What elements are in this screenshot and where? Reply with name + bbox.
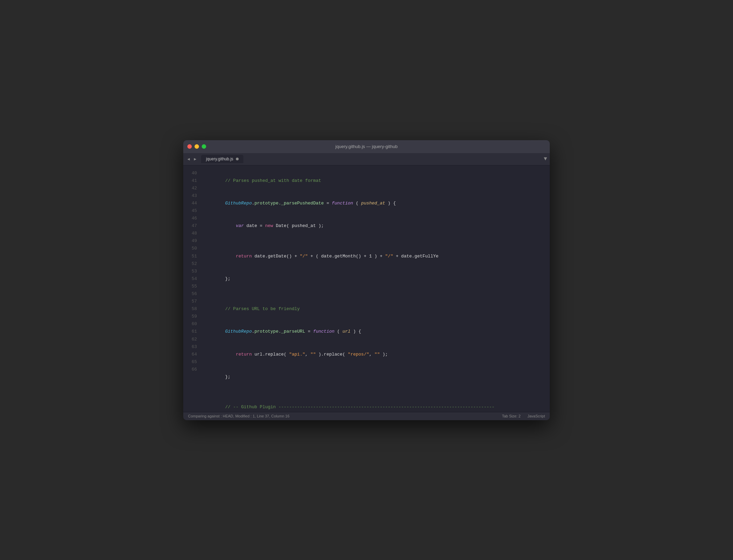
line-num: 64	[186, 351, 197, 358]
line-num: 59	[186, 313, 197, 320]
line-num: 61	[186, 328, 197, 335]
traffic-lights	[187, 144, 206, 149]
line-num: 55	[186, 283, 197, 290]
nav-arrows: ◀ ▶	[186, 156, 198, 162]
line-num: 57	[186, 298, 197, 305]
tab-bar: ◀ ▶ jquery.github.js ▼	[183, 153, 550, 165]
code-line-51	[204, 388, 550, 396]
window-title: jquery.github.js — jquery-github	[335, 144, 398, 149]
line-numbers: 40 41 42 43 44 45 46 47 48 49 50 51 52 5…	[183, 165, 201, 412]
close-button[interactable]	[187, 144, 192, 149]
line-num: 44	[186, 200, 197, 207]
code-line-49: return url.replace( "api.", "" ).replace…	[204, 343, 550, 366]
code-line-45: };	[204, 268, 550, 290]
status-left: Comparing against : HEAD, Modified : 1, …	[188, 414, 290, 418]
code-line-43	[204, 237, 550, 245]
line-num: 54	[186, 275, 197, 283]
code-line-46	[204, 290, 550, 298]
editor-window: jquery.github.js — jquery-github ◀ ▶ jqu…	[183, 140, 550, 420]
file-tab[interactable]: jquery.github.js	[201, 155, 243, 163]
line-num: 47	[186, 222, 197, 230]
status-bar: Comparing against : HEAD, Modified : 1, …	[183, 412, 550, 420]
minimize-button[interactable]	[195, 144, 199, 149]
forward-arrow[interactable]: ▶	[192, 156, 198, 162]
line-num: 45	[186, 207, 197, 215]
line-num: 46	[186, 215, 197, 222]
code-line-48: GithubRepo.prototype._parseURL = functio…	[204, 320, 550, 343]
tab-size: Tab Size: 2	[502, 414, 520, 418]
tab-label: jquery.github.js	[206, 157, 233, 161]
code-line-47: // Parses URL to be friendly	[204, 298, 550, 320]
line-num: 51	[186, 253, 197, 260]
code-line-50: };	[204, 366, 550, 388]
status-right: Tab Size: 2 JavaScript	[502, 414, 545, 418]
maximize-button[interactable]	[202, 144, 206, 149]
line-num: 41	[186, 177, 197, 185]
line-num: 49	[186, 237, 197, 245]
code-line-52: // -- Github Plugin --------------------…	[204, 396, 550, 412]
code-content[interactable]: // Parses pushed_at with date format Git…	[201, 165, 550, 412]
code-line-44: return date.getDate() + "/" + ( date.get…	[204, 245, 550, 267]
tab-modified-dot	[236, 158, 239, 160]
line-num: 63	[186, 343, 197, 351]
tab-menu-icon[interactable]: ▼	[544, 156, 547, 162]
title-bar: jquery.github.js — jquery-github	[183, 140, 550, 153]
line-num: 40	[186, 170, 197, 177]
line-num: 60	[186, 320, 197, 328]
line-num: 56	[186, 290, 197, 298]
code-line-41: GithubRepo.prototype._parsePushedDate = …	[204, 192, 550, 215]
line-num: 62	[186, 336, 197, 343]
line-num: 52	[186, 260, 197, 268]
line-num: 48	[186, 230, 197, 237]
line-num: 53	[186, 268, 197, 275]
code-line-40: // Parses pushed_at with date format	[204, 170, 550, 192]
editor-area[interactable]: 40 41 42 43 44 45 46 47 48 49 50 51 52 5…	[183, 165, 550, 412]
code-line-42: var date = new Date( pushed_at );	[204, 215, 550, 237]
line-num: 65	[186, 358, 197, 366]
back-arrow[interactable]: ◀	[186, 156, 191, 162]
line-num: 42	[186, 185, 197, 192]
line-num: 58	[186, 305, 197, 313]
line-num: 66	[186, 366, 197, 373]
language: JavaScript	[528, 414, 545, 418]
line-num: 50	[186, 245, 197, 252]
line-num: 43	[186, 192, 197, 200]
